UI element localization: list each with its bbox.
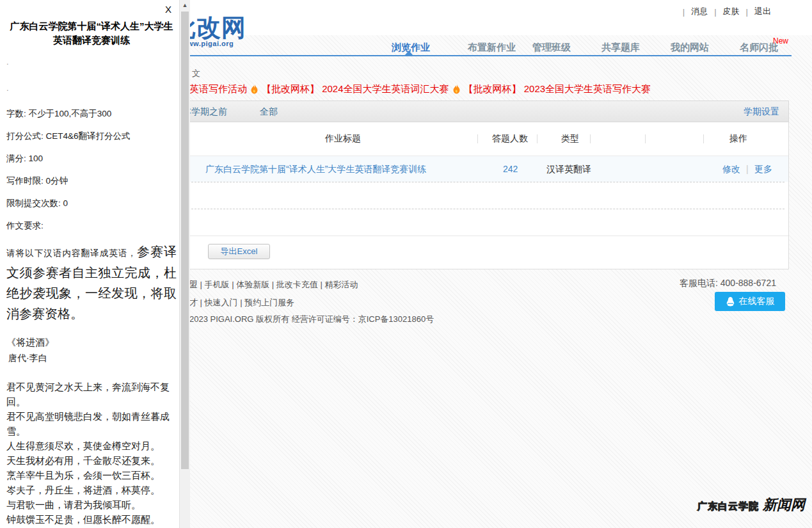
table-header-row: 作业标题 答题人数 类型 操作 — [154, 122, 788, 156]
popup-title: 广东白云学院第十届“译术人生”大学生英语翻译竞赛训练 — [6, 19, 177, 47]
watermark-school-name: 广东白云学院 — [697, 500, 759, 513]
announcement-bar: 英语写作活动 【批改网杯】 2024全国大学生英语词汇大赛 【批改网杯】 202… — [189, 83, 651, 95]
poem-line: 岑夫子，丹丘生，将进酒，杯莫停。 — [6, 483, 177, 497]
separator: | — [683, 7, 685, 17]
watermark-news-site: 新闻网 — [763, 495, 805, 515]
essay-requirement: 请将以下汉语内容翻译成英语，参赛译文须参赛者自主独立完成，杜绝抄袭现象，一经发现… — [6, 242, 177, 324]
messages-link[interactable]: 消息 — [691, 6, 708, 17]
homework-title-link[interactable]: 广东白云学院第十届“译术人生”大学生英语翻译竞赛训练 — [205, 164, 426, 175]
column-divider — [590, 134, 591, 143]
column-divider — [477, 134, 478, 143]
breadcrumb: 文 — [192, 68, 200, 79]
scroll-up-arrow-icon[interactable]: ▲ — [180, 0, 190, 11]
popup-content: 广东白云学院第十届“译术人生”大学生英语翻译竞赛训练 . . 字数: 不少于10… — [6, 19, 177, 527]
poem-title: 《将进酒》 — [6, 335, 177, 349]
poem-line: 烹羊宰牛且为乐，会须一饮三百杯。 — [6, 468, 177, 483]
popup-scrollbar[interactable]: ▲ — [179, 0, 190, 528]
tab-all[interactable]: 全部 — [260, 106, 278, 118]
homework-table: 作业标题 答题人数 类型 操作 广东白云学院第十届“译术人生”大学生英语翻译竞赛… — [154, 122, 789, 269]
poem-line: 钟鼓馔玉不足贵，但愿长醉不愿醒。 — [6, 512, 177, 527]
column-header-respondents: 答题人数 — [492, 133, 528, 145]
footer-copyright: 2023 PIGAI.ORG 版权所有 经营许可证编号：京ICP备1302186… — [189, 314, 434, 325]
export-excel-button[interactable]: 导出Excel — [208, 244, 270, 259]
online-service-button[interactable]: 在线客服 — [715, 292, 785, 311]
column-header-type: 类型 — [561, 133, 579, 145]
edit-link[interactable]: 修改 — [722, 164, 740, 175]
flame-icon — [250, 84, 259, 95]
row-divider — [159, 209, 784, 209]
homework-type: 汉译英翻译 — [546, 164, 591, 175]
announcement-link[interactable]: 英语写作活动 — [189, 83, 247, 95]
column-divider — [537, 134, 537, 143]
more-link[interactable]: 更多 — [754, 164, 772, 175]
requirement-label: 作文要求: — [6, 220, 177, 232]
new-badge: New — [773, 36, 788, 45]
nav-shared-question-bank[interactable]: 共享题库 — [601, 42, 640, 54]
nav-assign-homework[interactable]: 布置新作业 — [468, 42, 516, 54]
placeholder-dot: . — [6, 58, 177, 66]
qq-icon — [726, 296, 735, 307]
column-header-operation: 操作 — [729, 133, 747, 145]
service-phone: 客服电话: 400-888-6721 — [680, 278, 776, 289]
separator: | — [746, 7, 748, 17]
homework-detail-popup: X 广东白云学院第十届“译术人生”大学生英语翻译竞赛训练 . . 字数: 不少于… — [0, 0, 190, 528]
poem-line: 人生得意须尽欢，莫使金樽空对月。 — [6, 438, 177, 453]
scrollbar-thumb[interactable] — [181, 12, 189, 469]
column-divider — [645, 134, 646, 143]
word-count-requirement: 字数: 不少于100,不高于300 — [6, 108, 177, 120]
announcement-link[interactable]: 【批改网杯】 2024全国大学生英语词汇大赛 — [262, 83, 449, 95]
watermark: 广东白云学院 新闻网 — [697, 495, 805, 515]
page-root: 批改网 www.pigai.org | 消息 | 皮肤 | 退出 浏览作业 布置… — [0, 0, 812, 528]
footer-links-row2[interactable]: 才 | 快速入门 | 预约上门服务 — [189, 297, 294, 308]
nav-teacher-flash-review[interactable]: 名师闪批 — [740, 42, 778, 54]
nav-manage-classes[interactable]: 管理班级 — [532, 42, 571, 54]
full-score: 满分: 100 — [6, 152, 177, 164]
respondents-count-link[interactable]: 242 — [503, 164, 518, 174]
separator: | — [746, 164, 749, 174]
table-row: 广东白云学院第十届“译术人生”大学生英语翻译竞赛训练 242 汉译英翻译 修改 … — [154, 156, 788, 182]
semester-tab-bar: 本学期之前 全部 学期设置 — [154, 100, 789, 122]
submission-limit: 限制提交次数: 0 — [6, 197, 177, 209]
user-bar: | 消息 | 皮肤 | 退出 — [683, 6, 771, 17]
column-divider — [703, 134, 704, 143]
active-tab-pointer-icon — [404, 51, 413, 56]
poem-body: 君不见黄河之水天上来，奔流到海不复回。 君不见高堂明镜悲白发，朝如青丝暮成雪。 … — [6, 380, 177, 527]
nav-my-website[interactable]: 我的网站 — [671, 42, 709, 54]
column-header-title: 作业标题 — [325, 133, 361, 145]
poem-line: 君不见黄河之水天上来，奔流到海不复回。 — [6, 380, 177, 409]
separator: | — [714, 7, 716, 17]
announcement-link[interactable]: 【批改网杯】 2023全国大学生英语写作大赛 — [464, 83, 651, 95]
close-icon[interactable]: X — [165, 4, 171, 15]
flame-icon — [452, 84, 461, 95]
semester-settings-link[interactable]: 学期设置 — [744, 106, 779, 118]
logout-link[interactable]: 退出 — [754, 6, 771, 17]
requirement-prefix: 请将以下汉语内容翻译成英语， — [6, 248, 137, 258]
poem-line: 天生我材必有用，千金散尽还复来。 — [6, 453, 177, 468]
row-divider — [159, 182, 784, 182]
scoring-formula: 打分公式: CET4&6翻译打分公式 — [6, 130, 177, 142]
time-limit: 写作时限: 0分钟 — [6, 175, 177, 187]
section-divider — [154, 236, 788, 236]
placeholder-dot: . — [6, 84, 177, 92]
poem-line: 与君歌一曲，请君为我倾耳听。 — [6, 497, 177, 512]
poem-author: 唐代·李白 — [6, 351, 177, 365]
skin-link[interactable]: 皮肤 — [723, 6, 740, 17]
poem-line: 君不见高堂明镜悲白发，朝如青丝暮成雪。 — [6, 409, 177, 438]
footer-links-row1[interactable]: 盟 | 手机版 | 体验新版 | 批改卡充值 | 精彩活动 — [189, 279, 358, 291]
online-service-label: 在线客服 — [739, 296, 775, 307]
